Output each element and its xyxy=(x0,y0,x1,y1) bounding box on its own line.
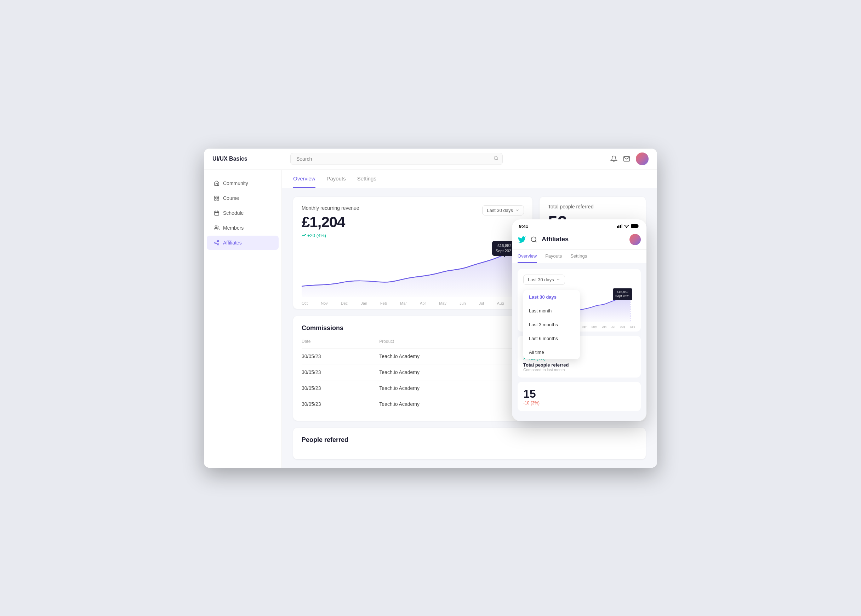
mobile-status-icons xyxy=(617,224,639,228)
mobile-chevron-down-icon xyxy=(556,277,560,282)
app-title: UI/UX Basics xyxy=(212,156,290,162)
sidebar-item-community[interactable]: Community xyxy=(207,176,279,190)
svg-rect-24 xyxy=(631,224,638,228)
svg-point-0 xyxy=(494,156,497,160)
svg-rect-19 xyxy=(617,226,618,228)
cell-date: 30/05/23 xyxy=(302,364,379,380)
sidebar-item-course[interactable]: Course xyxy=(207,191,279,205)
mobile-brand-icon xyxy=(518,235,526,244)
mobile-stat-sub: Compared to last month xyxy=(523,368,635,372)
cell-date: 30/05/23 xyxy=(302,380,379,396)
mobile-stat-label: Total people referred xyxy=(523,362,635,368)
mrr-dropdown-button[interactable]: Last 30 days xyxy=(482,205,524,215)
grid-icon xyxy=(214,195,219,201)
sidebar-label-course: Course xyxy=(223,195,239,201)
svg-rect-20 xyxy=(619,225,620,228)
svg-line-14 xyxy=(216,243,218,244)
svg-line-1 xyxy=(497,159,498,160)
mobile-avatar[interactable] xyxy=(630,234,641,245)
mobile-content: Last 30 days Last 30 days Last month Las… xyxy=(512,263,647,421)
svg-point-12 xyxy=(214,242,216,244)
mrr-value: £1,204 xyxy=(302,214,359,231)
battery-icon xyxy=(631,224,639,228)
mobile-tab-overview[interactable]: Overview xyxy=(518,250,537,263)
dropdown-item-6months[interactable]: Last 6 months xyxy=(523,332,580,345)
sidebar-label-community: Community xyxy=(223,181,248,186)
people-referred-title: People referred xyxy=(302,436,637,444)
mrr-chart-svg xyxy=(302,244,524,297)
svg-point-11 xyxy=(217,240,219,242)
mobile-bottom-change: -10 (3%) xyxy=(523,401,635,405)
tab-payouts[interactable]: Payouts xyxy=(327,170,346,188)
dropdown-item-3months[interactable]: Last 3 months xyxy=(523,318,580,332)
svg-rect-25 xyxy=(638,225,639,227)
svg-rect-22 xyxy=(622,224,623,228)
dropdown-item-last-month[interactable]: Last month xyxy=(523,304,580,318)
svg-rect-6 xyxy=(214,211,219,215)
svg-point-26 xyxy=(531,237,536,241)
mobile-overlay: 9:41 xyxy=(512,219,647,421)
home-icon xyxy=(214,181,219,186)
search-input[interactable] xyxy=(290,153,503,165)
mobile-status-bar: 9:41 xyxy=(512,219,647,231)
sidebar-label-schedule: Schedule xyxy=(223,210,244,216)
mrr-card: Monthly recurring revenue £1,204 +20 (4%… xyxy=(293,197,532,309)
mail-icon[interactable] xyxy=(623,155,630,162)
mrr-dropdown-wrap: Last 30 days xyxy=(482,205,524,215)
mobile-time: 9:41 xyxy=(519,224,528,229)
mobile-chart-tooltip: £16,852 Sept 2021 xyxy=(613,288,632,300)
svg-point-23 xyxy=(626,227,627,228)
sidebar-item-schedule[interactable]: Schedule xyxy=(207,206,279,220)
chart-labels: Oct Nov Dec Jan Feb Mar Apr May Jun Jul xyxy=(302,301,524,305)
mobile-dropdown-button[interactable]: Last 30 days xyxy=(523,275,565,285)
svg-point-10 xyxy=(215,226,217,228)
svg-rect-3 xyxy=(217,196,219,198)
cell-date: 30/05/23 xyxy=(302,348,379,364)
mrr-chart: £16,852 Sept 2021 xyxy=(302,244,524,300)
card-header: Monthly recurring revenue £1,204 +20 (4%… xyxy=(302,205,524,238)
people-referred-card: People referred xyxy=(293,428,646,459)
mobile-tab-settings[interactable]: Settings xyxy=(570,250,587,263)
cell-date: 30/05/23 xyxy=(302,396,379,412)
people-title: Total people referred xyxy=(548,204,637,209)
mobile-header-title: Affiliates xyxy=(541,236,625,243)
mobile-bottom-value: 15 xyxy=(523,387,635,401)
search-icon xyxy=(494,156,499,162)
mobile-search-icon[interactable] xyxy=(530,236,537,243)
svg-line-27 xyxy=(535,240,537,242)
sidebar-label-affiliates: Affiliates xyxy=(223,240,242,245)
tab-overview[interactable]: Overview xyxy=(293,170,315,188)
mobile-dropdown-menu: Last 30 days Last month Last 3 months La… xyxy=(523,290,580,359)
mobile-tab-payouts[interactable]: Payouts xyxy=(545,250,562,263)
dropdown-item-30days[interactable]: Last 30 days xyxy=(523,290,580,304)
mrr-title: Monthly recurring revenue xyxy=(302,205,359,211)
svg-rect-21 xyxy=(620,225,621,228)
topbar: UI/UX Basics xyxy=(204,149,657,170)
chevron-down-icon xyxy=(515,208,519,212)
trend-up-icon xyxy=(302,233,306,237)
mobile-header: Affiliates xyxy=(512,231,647,250)
share-icon xyxy=(214,240,219,245)
topbar-actions xyxy=(610,152,649,165)
mobile-tabs: Overview Payouts Settings xyxy=(512,250,647,263)
content-area: Overview Payouts Settings Monthly recurr… xyxy=(282,170,657,468)
sidebar-item-affiliates[interactable]: Affiliates xyxy=(207,236,279,250)
tab-settings[interactable]: Settings xyxy=(357,170,376,188)
user-avatar[interactable] xyxy=(636,152,649,165)
svg-rect-2 xyxy=(214,196,216,198)
calendar-icon xyxy=(214,210,219,216)
dropdown-item-all-time[interactable]: All time xyxy=(523,345,580,359)
svg-line-15 xyxy=(216,241,218,242)
sidebar: Community Course Schedule Members xyxy=(204,170,282,468)
mobile-bottom-card: 15 -10 (3%) xyxy=(518,382,641,411)
main-layout: Community Course Schedule Members xyxy=(204,170,657,468)
bell-icon[interactable] xyxy=(610,155,617,162)
sidebar-item-members[interactable]: Members xyxy=(207,221,279,235)
tabs-bar: Overview Payouts Settings xyxy=(282,170,657,188)
wifi-icon xyxy=(624,224,630,228)
sidebar-label-members: Members xyxy=(223,225,244,231)
mobile-chart-card: Last 30 days Last 30 days Last month Las… xyxy=(518,269,641,332)
col-date: Date xyxy=(302,339,379,349)
mrr-change: +20 (4%) xyxy=(302,233,359,238)
svg-rect-5 xyxy=(214,198,216,200)
